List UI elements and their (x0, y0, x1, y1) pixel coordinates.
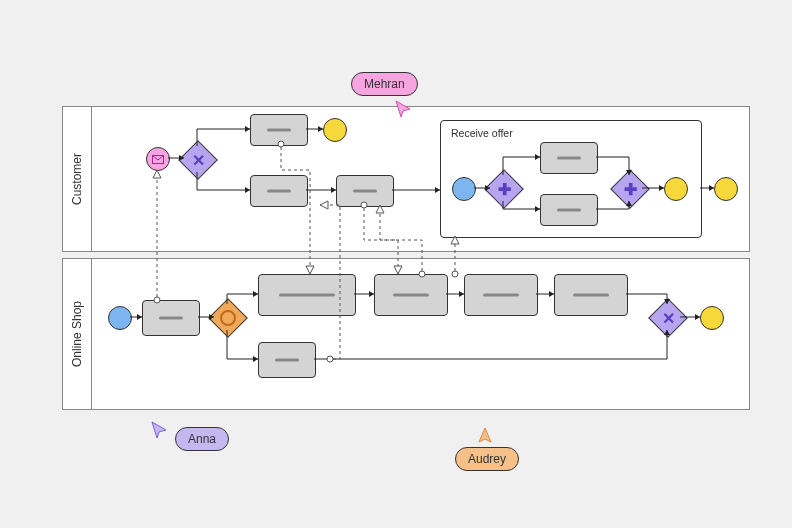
start-event-shop[interactable] (108, 306, 132, 330)
task-shop-2[interactable] (258, 274, 356, 316)
cursor-mehran: Mehran (351, 72, 418, 96)
end-event-shop[interactable] (700, 306, 724, 330)
task-shop-4[interactable] (464, 274, 538, 316)
subprocess-task-top[interactable] (540, 142, 598, 174)
task-shop-5[interactable] (554, 274, 628, 316)
message-start-event[interactable] (146, 147, 170, 171)
task-shop-3[interactable] (374, 274, 448, 316)
subprocess-end-event[interactable] (664, 177, 688, 201)
end-event-customer-main[interactable] (714, 177, 738, 201)
cursor-anna: Anna (175, 427, 229, 451)
task-customer-3[interactable] (336, 175, 394, 207)
envelope-icon (152, 155, 164, 164)
task-customer-2[interactable] (250, 175, 308, 207)
cursor-anna-pointer (150, 420, 170, 440)
end-event-customer-top[interactable] (323, 118, 347, 142)
subprocess-task-bottom[interactable] (540, 194, 598, 226)
task-shop-6[interactable] (258, 342, 316, 378)
pool-online-shop-label: Online Shop (63, 259, 92, 409)
cursor-audrey-pointer (475, 426, 495, 446)
task-customer-1[interactable] (250, 114, 308, 146)
bpmn-canvas[interactable]: Customer Online Shop ✕ Receive offer ✚ ✚… (0, 0, 792, 528)
subprocess-label: Receive offer (451, 127, 513, 139)
task-shop-1[interactable] (142, 300, 200, 336)
cursor-audrey: Audrey (455, 447, 519, 471)
pool-customer-label: Customer (63, 107, 92, 251)
subprocess-start-event[interactable] (452, 177, 476, 201)
